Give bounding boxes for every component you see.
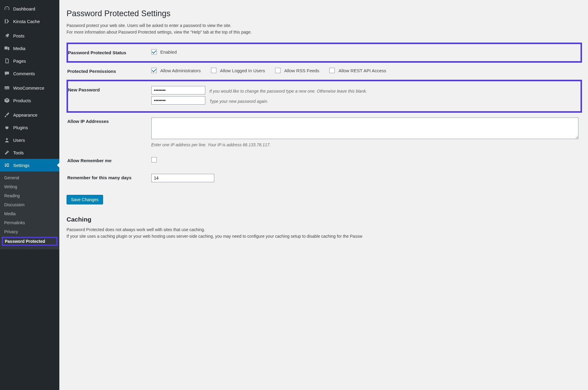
sliders-icon [4,162,10,168]
status-enabled-label: Enabled [160,49,177,55]
sidebar-item-products[interactable]: Products [0,94,59,107]
perm-rss-checkbox[interactable] [275,68,281,73]
dashboard-icon [4,5,10,12]
perm-rest-checkbox[interactable] [329,68,335,73]
sidebar-label: WooCommerce [13,85,44,91]
new-password-label: New Password [67,81,148,112]
sidebar-item-media[interactable]: Media [0,42,59,55]
woocommerce-icon: WOO [4,85,10,91]
allow-ip-desc: Enter one IP address per line. Your IP i… [151,142,578,147]
sidebar-item-comments[interactable]: Comments [0,67,59,80]
new-password-input-1[interactable] [151,86,205,94]
sidebar-label: Tools [13,150,24,155]
pin-icon [4,32,10,39]
sidebar-item-appearance[interactable]: Appearance [0,109,59,121]
comment-icon [4,70,10,77]
allow-remember-checkbox[interactable] [151,157,157,162]
intro-line-1: Password protect your web site. Users wi… [67,22,582,29]
sidebar-label: Settings [13,163,29,168]
sidebar-label: Plugins [13,125,28,130]
caching-line-1: Password Protected does not always work … [67,227,582,233]
sidebar-item-users[interactable]: Users [0,134,59,146]
intro-line-2: For more information about Password Prot… [67,29,582,36]
sidebar-label: Users [13,138,25,143]
kinsta-icon [4,18,10,25]
save-changes-button[interactable]: Save Changes [67,195,103,204]
svg-text:WOO: WOO [5,87,9,89]
sidebar-item-dashboard[interactable]: Dashboard [0,2,59,15]
sidebar-label: Pages [13,58,26,64]
sidebar-label: Dashboard [13,6,35,11]
allow-ip-textarea[interactable] [151,118,578,139]
media-icon [4,45,10,52]
main-content: Password Protected Settings Password pro… [59,0,588,390]
submenu-permalinks[interactable]: Permalinks [0,218,59,227]
perm-admin-checkbox[interactable] [151,68,157,73]
sidebar-item-plugins[interactable]: Plugins [0,121,59,134]
submenu-discussion[interactable]: Discussion [0,200,59,209]
submenu-privacy[interactable]: Privacy [0,227,59,236]
sidebar-label: Comments [13,71,35,76]
new-password-input-2[interactable] [151,96,205,105]
status-label: Password Protected Status [67,43,148,62]
submenu-general[interactable]: General [0,173,59,182]
brush-icon [4,112,10,118]
perm-logged-label: Allow Logged In Users [220,68,265,73]
perm-logged-checkbox[interactable] [211,68,216,73]
new-password-row-highlight: New Password If you would like to change… [67,81,581,112]
sidebar-label: Appearance [13,112,37,118]
sidebar-item-settings[interactable]: Settings [0,159,59,171]
new-password-help-2: Type your new password again. [209,99,269,104]
sidebar-label: Posts [13,33,25,38]
settings-submenu: General Writing Reading Discussion Media… [0,171,59,249]
status-row-highlight: Password Protected Status Enabled [67,43,581,62]
submenu-reading[interactable]: Reading [0,191,59,200]
svg-point-2 [6,138,8,140]
intro-text: Password protect your web site. Users wi… [67,22,582,35]
plug-icon [4,124,10,131]
perm-admin-label: Allow Administrators [160,68,201,73]
allow-ip-label: Allow IP Addresses [67,112,148,152]
caching-heading: Caching [67,216,582,223]
remember-days-input[interactable] [151,174,214,182]
caching-line-2: If your site uses a caching plugin or yo… [67,233,582,240]
sidebar-item-kinsta-cache[interactable]: Kinsta Cache [0,15,59,28]
status-enabled-checkbox[interactable] [151,49,157,55]
remember-days-label: Remember for this many days [67,169,148,189]
sidebar-item-woocommerce[interactable]: WOO WooCommerce [0,82,59,94]
user-icon [4,137,10,143]
submenu-media[interactable]: Media [0,209,59,218]
submenu-password-protected[interactable]: Password Protected [2,237,58,246]
perm-rest-label: Allow REST API Access [339,68,386,73]
sidebar-label: Products [13,98,31,103]
caching-text: Password Protected does not always work … [67,227,582,240]
page-title: Password Protected Settings [67,9,582,18]
allow-remember-label: Allow Remember me [67,152,148,169]
submenu-writing[interactable]: Writing [0,182,59,191]
pages-icon [4,58,10,64]
admin-sidebar: Dashboard Kinsta Cache Posts Media Pages… [0,0,59,390]
sidebar-label: Kinsta Cache [13,19,40,24]
sidebar-item-pages[interactable]: Pages [0,55,59,67]
perm-rss-label: Allow RSS Feeds [284,68,319,73]
wrench-icon [4,149,10,156]
new-password-help-1: If you would like to change the password… [209,89,367,94]
sidebar-item-posts[interactable]: Posts [0,29,59,42]
permissions-label: Protected Permissions [67,62,148,81]
sidebar-item-tools[interactable]: Tools [0,146,59,159]
sidebar-label: Media [13,46,25,51]
box-icon [4,97,10,104]
